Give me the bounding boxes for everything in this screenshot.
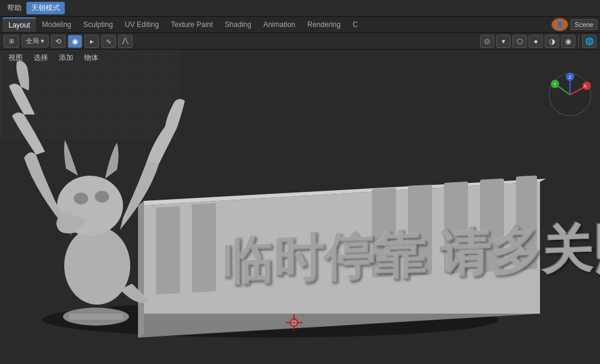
proportional-btn[interactable]: ∿ xyxy=(101,35,116,48)
shading-dropdown[interactable]: ▾ xyxy=(496,35,511,48)
svg-point-5 xyxy=(42,302,498,338)
menu-help[interactable]: 帮助 xyxy=(2,2,26,14)
tab-shading[interactable]: Shading xyxy=(219,18,257,31)
svg-text:临时停靠 请多关照: 临时停靠 请多关照 xyxy=(222,219,600,291)
tab-custom[interactable]: C xyxy=(347,18,364,31)
snap-btn[interactable]: ⟲ xyxy=(51,35,65,48)
svg-rect-6 xyxy=(156,206,180,294)
svg-rect-11 xyxy=(480,179,504,272)
svg-point-17 xyxy=(57,176,123,236)
tab-sculpting[interactable]: Sculpting xyxy=(77,18,119,31)
svg-point-15 xyxy=(63,308,129,326)
view-axis-icon[interactable]: ⊞ xyxy=(4,35,19,48)
tab-layout[interactable]: Layout xyxy=(2,17,36,32)
overlay-btn[interactable]: ⊙ xyxy=(480,35,494,48)
svg-text:X: X xyxy=(583,83,587,89)
cursor-tool-btn[interactable]: ▸ xyxy=(85,35,99,48)
svg-text:Z: Z xyxy=(569,74,572,80)
tab-uv-editing[interactable]: UV Editing xyxy=(119,18,165,31)
transform-btn[interactable]: 八 xyxy=(118,35,133,48)
tab-texture-paint[interactable]: Texture Paint xyxy=(165,18,219,31)
vp-menu-add[interactable]: 添加 xyxy=(54,52,78,64)
vp-menu-object[interactable]: 物体 xyxy=(79,52,103,64)
view-mode-selector[interactable]: 全局 ▾ xyxy=(22,35,49,47)
svg-point-16 xyxy=(64,227,130,305)
viewport-shading-wire[interactable]: ⬡ xyxy=(512,35,527,48)
dropdown-arrow: ▾ xyxy=(41,37,44,45)
scene-selector[interactable]: Scene xyxy=(571,19,598,30)
svg-point-22 xyxy=(290,319,298,326)
navigation-gizmo[interactable]: X Y Z xyxy=(546,71,594,119)
svg-rect-12 xyxy=(516,176,537,270)
viewport-shading-render[interactable]: ◉ xyxy=(561,35,575,48)
view-mode-label: 全局 xyxy=(26,37,39,46)
svg-text:临时停靠 请多关照: 临时停靠 请多关照 xyxy=(221,218,600,290)
user-icon-btn[interactable]: 👤 xyxy=(551,18,568,31)
second-toolbar: ⊞ 全局 ▾ ⟲ ◉ ▸ ∿ 八 ⊙ ▾ ⬡ ● ◑ ◉ 🌐 xyxy=(0,33,600,50)
svg-rect-10 xyxy=(444,182,468,274)
svg-rect-8 xyxy=(372,188,396,278)
vp-menu-select[interactable]: 选择 xyxy=(29,52,53,64)
viewport: 视图 选择 添加 物体 临时停靠 xyxy=(0,50,600,364)
gizmo-btn[interactable]: 🌐 xyxy=(582,35,596,48)
top-menu-bar: 帮助 天朝模式 xyxy=(0,0,600,17)
viewport-shading-solid[interactable]: ● xyxy=(529,35,543,48)
vp-menu-view[interactable]: 视图 xyxy=(4,52,28,64)
svg-point-19 xyxy=(95,191,109,203)
svg-text:Y: Y xyxy=(553,82,557,87)
viewport-shading-material[interactable]: ◑ xyxy=(545,35,559,48)
tab-modeling[interactable]: Modeling xyxy=(36,18,77,31)
tab-animation[interactable]: Animation xyxy=(257,18,301,31)
svg-rect-7 xyxy=(192,203,216,293)
svg-rect-9 xyxy=(408,185,432,276)
svg-point-18 xyxy=(74,192,88,204)
viewport-menu: 视图 选择 添加 物体 xyxy=(0,50,107,65)
tab-rendering[interactable]: Rendering xyxy=(301,18,346,31)
menu-tianzhao[interactable]: 天朝模式 xyxy=(26,2,65,14)
select-tool-btn[interactable]: ◉ xyxy=(68,35,82,48)
workspace-tabs: Layout Modeling Sculpting UV Editing Tex… xyxy=(0,17,600,33)
